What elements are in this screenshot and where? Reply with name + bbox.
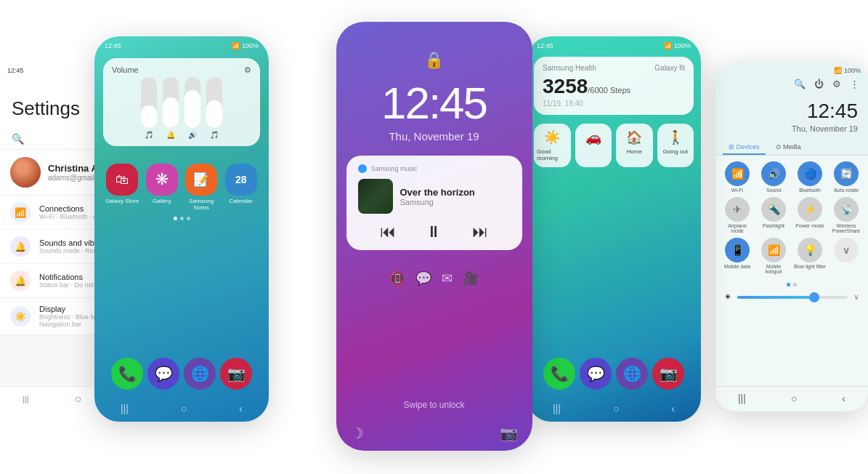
p5-nav-recents[interactable]: |||	[738, 393, 746, 404]
p2-nav-back[interactable]: ‹	[239, 403, 243, 414]
p4-nav-home[interactable]: ○	[613, 403, 619, 414]
slider-icon-3: 🔊	[188, 131, 197, 139]
qs-mobiledata[interactable]: 📱 Mobile data	[721, 238, 753, 274]
p5-slider-thumb[interactable]	[809, 292, 819, 302]
p3-controls: ⏮ ⏸ ⏭	[358, 222, 511, 241]
p2-dot-1	[174, 217, 177, 220]
search-icon[interactable]: 🔍	[794, 79, 806, 89]
p4-nav-back[interactable]: ‹	[671, 403, 675, 414]
app-samsung-notes[interactable]: 📝 Samsung Notes	[184, 164, 219, 211]
qs-bluelight[interactable]: 💡 Blue light filter	[794, 238, 826, 274]
phones-container: 12:45 📶 100% Settings 🔍 Christina Adams …	[0, 0, 868, 474]
p4-time: 12:45	[537, 42, 553, 49]
qa-going-out[interactable]: 🚶 Going out	[657, 124, 694, 167]
play-pause-button[interactable]: ⏸	[426, 222, 442, 241]
qs-wifi[interactable]: 📶 Wi-Fi	[721, 161, 753, 193]
p2-slider-fill-2	[163, 97, 179, 128]
p3-music-content: Over the horizon Samsung	[358, 179, 511, 214]
scene: 12:45 📶 100% Settings 🔍 Christina Adams …	[0, 0, 868, 474]
p5-dot-2	[793, 283, 797, 286]
p5-nav-back[interactable]: ‹	[842, 393, 845, 404]
p4-health-title: Samsung Health	[543, 64, 596, 72]
qs-wireless-share[interactable]: 📡 Wireless PowerShare	[830, 197, 862, 233]
p2-slider-4[interactable]: 🎵	[206, 77, 222, 139]
qs-autorotate[interactable]: 🔄 Auto rotate	[830, 161, 862, 193]
devices-tab-icon: ⊞	[729, 143, 737, 150]
volume-settings-icon[interactable]: ⚙	[244, 65, 251, 75]
dock-phone[interactable]: 📞	[111, 358, 143, 390]
p4-nav-bar: ||| ○ ‹	[527, 397, 701, 422]
prev-button[interactable]: ⏮	[380, 222, 396, 241]
more-icon[interactable]: ⋮	[850, 79, 859, 89]
flashlight-icon: 🔦	[761, 197, 786, 222]
settings-icon[interactable]: ⚙	[832, 79, 841, 89]
p3-music-card: Samsung music Over the horizon Samsung ⏮…	[346, 156, 522, 250]
slider-icon-4: 🎵	[210, 131, 219, 139]
p2-slider-3[interactable]: 🔊	[184, 77, 200, 139]
next-button[interactable]: ⏭	[472, 222, 488, 241]
p4-steps-count: 3258	[543, 75, 588, 97]
p2-page-dots	[94, 217, 269, 220]
qa-home[interactable]: 🏠 Home	[616, 124, 653, 167]
p3-flashlight-icon[interactable]: ☽	[351, 425, 364, 442]
p4-dock-internet[interactable]: 🌐	[616, 358, 648, 390]
qs-bluetooth[interactable]: 🔵 Bluetooth	[794, 161, 826, 193]
p3-bottom-icons: ☽ 📷	[336, 425, 532, 451]
p4-dock-messages[interactable]: 💬	[580, 358, 612, 390]
p2-slider-fill-4	[206, 100, 222, 129]
dock-camera[interactable]: 📷	[220, 358, 252, 390]
qs-airplane[interactable]: ✈ Airplane mode	[721, 197, 753, 233]
camera-shortcut-icon: 🎥	[463, 270, 479, 286]
app-calendar[interactable]: 28 Calendar	[224, 164, 259, 211]
tab-media[interactable]: ⊙ Media	[770, 140, 807, 155]
p5-slider-bar	[737, 296, 848, 299]
qs-flashlight[interactable]: 🔦 Flashlight	[758, 197, 790, 233]
qs-expand[interactable]: ∨	[830, 238, 862, 274]
tab-devices[interactable]: ⊞ Devices	[723, 140, 766, 155]
dock-messages[interactable]: 💬	[147, 358, 179, 390]
qs-sound[interactable]: 🔊 Sound	[758, 161, 790, 193]
app-galaxy-store[interactable]: 🛍 Galaxy Store	[105, 164, 140, 211]
app-gallery[interactable]: ❋ Gallery	[145, 164, 180, 211]
p3-song-info: Over the horizon Samsung	[400, 187, 475, 206]
qs-hotspot[interactable]: 📶 Mobile hotspot	[758, 238, 790, 274]
p4-dock-phone[interactable]: 📞	[543, 358, 575, 390]
p2-nav-home[interactable]: ○	[181, 403, 187, 414]
display-icon: ☀️	[10, 306, 31, 326]
p2-dot-2	[180, 217, 184, 220]
commute-icon: 🚗	[585, 129, 601, 145]
p2-slider-2[interactable]: 🔔	[163, 77, 179, 139]
bluelight-icon: 💡	[798, 238, 822, 262]
p5-date: Thu, November 19	[715, 124, 868, 140]
phone-home-screen: 12:45 📶 100% Volume ⚙ 🎵	[94, 36, 269, 422]
p2-slider-1[interactable]: 🎵	[141, 77, 157, 139]
p2-nav-recents[interactable]: |||	[121, 403, 129, 414]
wireless-share-icon: 📡	[834, 197, 859, 222]
p3-album-art	[358, 179, 393, 214]
p4-health-device: Galaxy fit	[654, 64, 685, 72]
p4-nav-recents[interactable]: |||	[553, 403, 561, 414]
p3-camera-icon[interactable]: 📷	[500, 425, 518, 442]
phone-qs-screen: 📶 100% 🔍 ⏻ ⚙ ⋮ 12:45 Thu, November 19 ⊞ …	[715, 63, 868, 411]
qa-good-morning[interactable]: ☀️ Good morning	[534, 124, 571, 167]
p4-steps-time: 11/19, 18:40	[543, 100, 685, 108]
brightness-expand-icon[interactable]: ∨	[853, 292, 859, 302]
p5-nav-home[interactable]: ○	[791, 393, 797, 404]
p1-nav-back[interactable]: |||	[23, 395, 29, 403]
power-icon[interactable]: ⏻	[814, 79, 824, 89]
autorotate-icon: 🔄	[834, 161, 859, 186]
p1-avatar	[10, 157, 41, 188]
p1-nav-home[interactable]: ○	[75, 393, 82, 406]
sound-icon: 🔊	[761, 161, 786, 186]
qa-commute[interactable]: 🚗	[575, 124, 612, 167]
p4-dock-camera[interactable]: 📷	[652, 358, 684, 390]
qs-powermode[interactable]: ⚡ Power mode	[794, 197, 826, 233]
phone-health-screen: 12:45 📶 100% Samsung Health Galaxy fit 3…	[527, 36, 701, 422]
p4-health-header: Samsung Health Galaxy fit	[543, 64, 685, 72]
slider-icon-1: 🎵	[145, 131, 153, 139]
p5-brightness-slider[interactable]: ☀ ∨	[715, 289, 868, 305]
slider-icon-2: 🔔	[166, 131, 175, 139]
powermode-icon: ⚡	[798, 197, 822, 222]
phone-lockscreen: 🔒 12:45 Thu, November 19 Samsung music O…	[336, 22, 532, 451]
dock-internet[interactable]: 🌐	[184, 358, 216, 390]
